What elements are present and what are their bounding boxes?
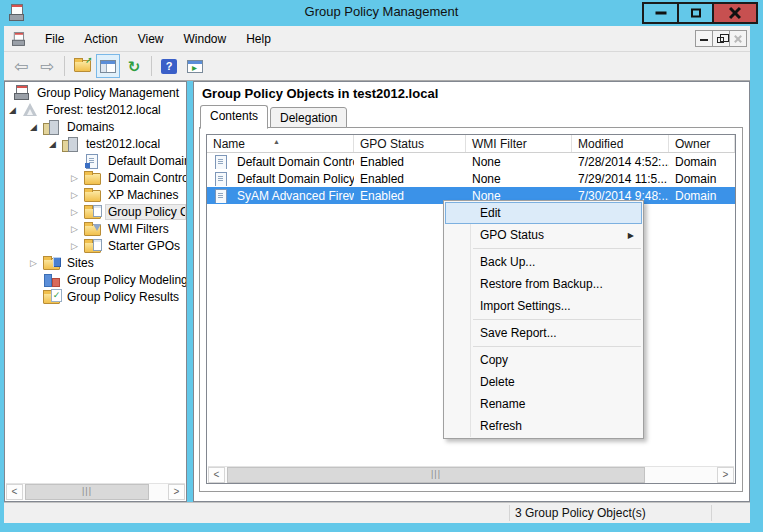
scrollbar-track[interactable] <box>225 467 717 483</box>
column-header-gpo-status[interactable]: GPO Status <box>354 135 466 152</box>
toolbar: ⇦ ⇨ ↻ ? <box>4 52 750 81</box>
tree-item-domains[interactable]: Domains <box>5 118 186 135</box>
close-button[interactable] <box>712 2 758 24</box>
expanded-icon[interactable] <box>9 105 22 115</box>
collapsed-icon[interactable] <box>71 190 84 200</box>
tree-item-default-domain-policy[interactable]: Default Domain <box>5 152 186 169</box>
collapsed-icon[interactable] <box>71 224 84 234</box>
tree-item-domain-controllers[interactable]: Domain Contro <box>5 169 186 186</box>
scroll-left-icon[interactable]: < <box>6 484 23 500</box>
tree-item-group-policy-management[interactable]: Group Policy Management <box>5 84 186 101</box>
tree-horizontal-scrollbar[interactable]: < > <box>6 483 185 500</box>
collapsed-icon[interactable] <box>71 207 84 217</box>
wmi-folder-icon <box>84 224 101 236</box>
menu-action[interactable]: Action <box>74 28 127 50</box>
status-divider <box>509 505 510 521</box>
refresh-icon: ↻ <box>128 59 141 74</box>
menu-window[interactable]: Window <box>174 28 237 50</box>
scrollbar-thumb[interactable] <box>25 484 149 500</box>
tree-item-wmi-filters[interactable]: WMI Filters <box>5 220 186 237</box>
menu-separator <box>473 346 641 347</box>
console-tree-icon <box>100 60 116 73</box>
toolbar-separator <box>151 56 152 76</box>
status-divider <box>711 505 712 521</box>
scroll-right-icon[interactable]: > <box>717 467 734 483</box>
menu-help[interactable]: Help <box>236 28 281 50</box>
column-header-owner[interactable]: Owner <box>669 135 735 152</box>
context-menu-refresh[interactable]: Refresh <box>445 415 642 437</box>
collapsed-icon[interactable] <box>71 241 84 251</box>
minimize-button[interactable] <box>642 2 679 24</box>
tree-item-group-policy-objects[interactable]: Group Policy Ob <box>5 203 186 220</box>
context-menu-gpo-status[interactable]: GPO Status▶ <box>445 224 642 246</box>
submenu-arrow-icon: ▶ <box>628 226 634 246</box>
list-horizontal-scrollbar[interactable]: < > <box>208 466 734 483</box>
context-menu-restore-from-backup[interactable]: Restore from Backup... <box>445 273 642 295</box>
gpo-icon <box>213 172 230 186</box>
new-window-button[interactable] <box>183 54 207 78</box>
child-close-button[interactable] <box>729 30 747 47</box>
collapsed-icon[interactable] <box>71 173 84 183</box>
tree-item-starter-gpos[interactable]: Starter GPOs <box>5 237 186 254</box>
tree-item-sites[interactable]: Sites <box>5 254 186 271</box>
context-menu-edit[interactable]: Edit <box>445 202 642 224</box>
toolbar-separator <box>64 56 65 76</box>
refresh-button[interactable]: ↻ <box>122 54 146 78</box>
folder-up-icon <box>74 60 91 72</box>
gpo-row-default-domain-controllers[interactable]: Default Domain Controller... Enabled Non… <box>207 153 735 170</box>
tree-item-xp-machines[interactable]: XP Machines <box>5 186 186 203</box>
child-restore-button[interactable] <box>712 30 730 47</box>
expanded-icon[interactable] <box>49 139 62 149</box>
expanded-icon[interactable] <box>30 122 43 132</box>
tree-item-group-policy-results[interactable]: Group Policy Results <box>5 288 186 305</box>
back-button[interactable]: ⇦ <box>9 54 33 78</box>
menu-separator <box>473 248 641 249</box>
scroll-right-icon[interactable]: > <box>168 484 185 500</box>
tab-strip: Contents Delegation <box>200 105 349 128</box>
child-minimize-button[interactable] <box>695 30 713 47</box>
title-bar[interactable]: Group Policy Management <box>0 0 763 26</box>
domains-icon <box>43 120 60 134</box>
menu-view[interactable]: View <box>128 28 174 50</box>
tree-item-forest[interactable]: Forest: test2012.local <box>5 101 186 118</box>
maximize-icon <box>691 9 701 18</box>
status-text: 3 Group Policy Object(s) <box>515 506 646 520</box>
tree-item-group-policy-modeling[interactable]: Group Policy Modeling <box>5 271 186 288</box>
console-tree-panel: Group Policy Management Forest: test2012… <box>4 81 187 502</box>
minimize-icon <box>700 39 708 41</box>
help-button[interactable]: ? <box>157 54 181 78</box>
scrollbar-thumb[interactable] <box>227 467 645 483</box>
column-header-wmi-filter[interactable]: WMI Filter <box>466 135 572 152</box>
gpo-icon <box>213 155 230 169</box>
column-header-name[interactable]: Name <box>207 135 354 152</box>
gpo-icon <box>84 154 101 168</box>
tree-item-test2012-local[interactable]: test2012.local <box>5 135 186 152</box>
show-console-tree-button[interactable] <box>96 54 120 78</box>
help-icon: ? <box>161 59 177 74</box>
context-menu-save-report[interactable]: Save Report... <box>445 322 642 344</box>
context-menu-back-up[interactable]: Back Up... <box>445 251 642 273</box>
folder-icon <box>84 190 101 202</box>
starter-gpo-folder-icon <box>84 241 101 253</box>
tab-delegation[interactable]: Delegation <box>270 107 347 128</box>
context-menu-copy[interactable]: Copy <box>445 349 642 371</box>
column-header-modified[interactable]: Modified <box>572 135 669 152</box>
gpmc-root-icon <box>13 86 30 100</box>
up-one-level-button[interactable] <box>70 54 94 78</box>
gpo-row-default-domain-policy[interactable]: Default Domain Policy Enabled None 7/29/… <box>207 170 735 187</box>
context-menu-rename[interactable]: Rename <box>445 393 642 415</box>
tab-contents[interactable]: Contents <box>200 105 268 129</box>
gpo-folder-icon <box>84 207 101 219</box>
list-header: Name GPO Status WMI Filter Modified Owne… <box>207 135 735 153</box>
maximize-button[interactable] <box>677 2 714 24</box>
forward-button[interactable]: ⇨ <box>35 54 59 78</box>
context-menu-import-settings[interactable]: Import Settings... <box>445 295 642 317</box>
menu-file[interactable]: File <box>35 28 74 50</box>
collapsed-icon[interactable] <box>30 258 43 268</box>
scroll-left-icon[interactable]: < <box>208 467 225 483</box>
scrollbar-track[interactable] <box>23 484 168 500</box>
pane-title: Group Policy Objects in test2012.local <box>202 86 438 101</box>
back-icon: ⇦ <box>14 58 28 75</box>
status-bar: 3 Group Policy Object(s) <box>4 502 750 523</box>
context-menu-delete[interactable]: Delete <box>445 371 642 393</box>
